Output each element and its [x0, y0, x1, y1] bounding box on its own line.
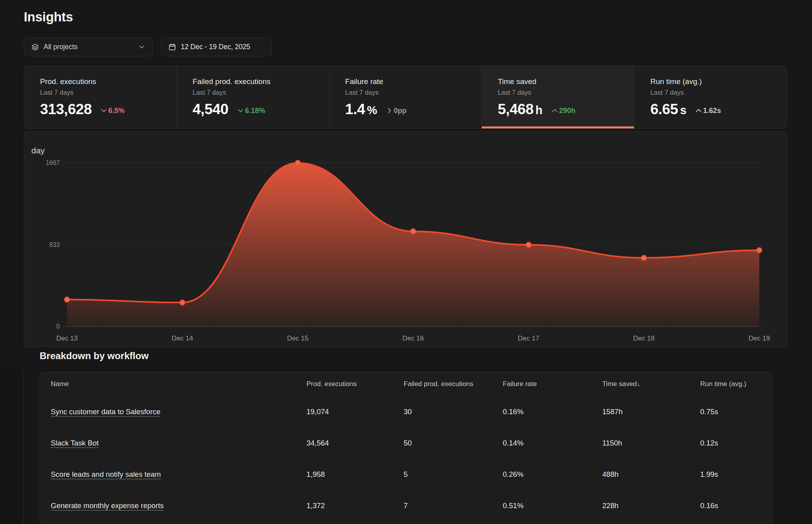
x-tick-label-Dec-13: Dec 13: [49, 335, 85, 342]
metric-value-row: 1.4%0pp: [345, 101, 482, 118]
workflow-link[interactable]: Score leads and notify sales team: [51, 470, 161, 478]
table-row: Slack Task Bot34,564500.14%1150h0.12s: [40, 428, 772, 459]
sort-descending-icon: ↓: [637, 381, 640, 387]
column-header-failed-prod-executions[interactable]: Failed prod. executions: [404, 380, 503, 388]
workflow-name-cell: Sync customer data to Salesforce: [51, 407, 306, 416]
metric-value: 5,468: [498, 101, 533, 118]
time-saved-chart-panel: day 08331667 Dec 13Dec 14Dec 15Dec 16Dec…: [24, 131, 787, 347]
metric-card-3[interactable]: Time savedLast 7 days5,468h290h: [482, 66, 634, 128]
page-title: Insights: [24, 10, 73, 25]
project-selector-value: All projects: [44, 43, 78, 51]
workflow-link[interactable]: Generate monthly expense reports: [51, 501, 164, 510]
y-tick-label-833: 833: [31, 241, 60, 249]
metric-delta-value: 1.62s: [703, 107, 721, 115]
table-cell: 7: [404, 501, 503, 510]
table-cell: 30: [404, 407, 503, 416]
metric-delta-value: 290h: [559, 107, 575, 115]
metric-value-row: 5,468h290h: [498, 101, 634, 118]
chart-point-Dec-16[interactable]: [411, 229, 416, 234]
table-cell: 488h: [602, 470, 700, 479]
calendar-icon: [169, 43, 176, 51]
metric-subtitle: Last 7 days: [40, 89, 176, 96]
y-tick-label-0: 0: [31, 323, 60, 331]
table-cell: 19,074: [306, 407, 404, 416]
table-cell: 34,564: [306, 439, 404, 448]
table-cell: 5: [404, 470, 503, 479]
metric-unit: s: [680, 104, 686, 117]
table-cell: 1150h: [602, 439, 700, 448]
metric-delta: 0pp: [386, 107, 406, 115]
x-tick-label-Dec-19: Dec 19: [741, 335, 777, 342]
workflow-name-cell: Slack Task Bot: [51, 439, 306, 448]
metric-card-2[interactable]: Failure rateLast 7 days1.4%0pp: [329, 66, 482, 128]
metric-title: Time saved: [498, 77, 634, 86]
date-range-button[interactable]: 12 Dec - 19 Dec, 2025: [161, 38, 272, 56]
table-row: Sync customer data to Salesforce19,07430…: [40, 396, 772, 428]
metric-card-0[interactable]: Prod. executionsLast 7 days313,6286.5%: [24, 66, 177, 128]
metric-subtitle: Last 7 days: [650, 89, 787, 96]
metric-unit: h: [535, 104, 542, 117]
metric-value-row: 4,5406.18%: [193, 101, 329, 118]
metric-title: Failed prod. executions: [193, 77, 329, 86]
table-row: Score leads and notify sales team1,95850…: [40, 459, 772, 490]
filter-bar: All projects 12 Dec - 19 Dec, 2025: [24, 38, 272, 56]
column-header-time-saved[interactable]: Time saved↓: [602, 380, 700, 388]
selected-card-accent-bar: [482, 126, 634, 128]
metric-value: 1.4: [345, 101, 365, 118]
delta-up-chevron-icon: [551, 107, 558, 114]
chart-point-Dec-14[interactable]: [180, 300, 185, 305]
table-cell: 0.16s: [700, 501, 772, 510]
delta-neutral-chevron-icon: [386, 107, 393, 114]
table-cell: 1,958: [306, 470, 404, 479]
table-cell: 0.12s: [700, 439, 772, 448]
project-selector-dropdown[interactable]: All projects: [24, 38, 153, 56]
table-cell: 0.51%: [503, 501, 602, 510]
metric-value-row: 6.65s1.62s: [650, 101, 787, 118]
chart-point-Dec-15[interactable]: [295, 161, 301, 166]
x-tick-label-Dec-15: Dec 15: [280, 335, 316, 342]
x-tick-label-Dec-14: Dec 14: [165, 335, 200, 342]
table-cell: 0.14%: [503, 439, 602, 448]
table-row-partial: [40, 522, 772, 524]
workflow-name-cell: Score leads and notify sales team: [51, 470, 306, 479]
chevron-down-icon: [138, 44, 145, 50]
metric-value: 313,628: [40, 101, 92, 118]
metric-delta-value: 0pp: [394, 107, 406, 115]
table-cell: 0.75s: [700, 407, 772, 416]
table-cell: 228h: [602, 501, 700, 510]
metric-subtitle: Last 7 days: [193, 89, 329, 96]
x-tick-label-Dec-18: Dec 18: [626, 335, 662, 342]
chart-point-Dec-19[interactable]: [757, 248, 762, 253]
metric-delta: 1.62s: [695, 107, 721, 115]
metric-delta: 6.18%: [237, 107, 265, 115]
breakdown-heading: Breakdown by workflow: [40, 350, 149, 361]
delta-up-chevron-icon: [695, 107, 702, 114]
chart-point-Dec-18[interactable]: [642, 255, 647, 260]
date-range-value: 12 Dec - 19 Dec, 2025: [181, 43, 250, 51]
table-cell: 1.99s: [700, 470, 772, 479]
metric-subtitle: Last 7 days: [498, 89, 634, 96]
metric-card-4[interactable]: Run time (avg.)Last 7 days6.65s1.62s: [634, 66, 787, 128]
table-cell: 50: [404, 439, 503, 448]
time-saved-area-chart: [24, 132, 787, 347]
insights-dashboard: Insights All projects: [0, 0, 812, 524]
column-header-prod-executions[interactable]: Prod. executions: [306, 380, 404, 388]
x-tick-label-Dec-16: Dec 16: [395, 335, 431, 342]
table-cell: 0.16%: [503, 407, 602, 416]
table-cell: 0.26%: [503, 470, 602, 479]
column-header-name[interactable]: Name: [51, 380, 306, 388]
metric-delta-value: 6.5%: [108, 107, 124, 115]
metric-title: Run time (avg.): [650, 77, 787, 86]
table-cell: 1587h: [602, 407, 700, 416]
metric-title: Failure rate: [345, 77, 482, 86]
column-header-failure-rate[interactable]: Failure rate: [503, 380, 602, 388]
left-edge-strip: [0, 369, 23, 524]
metric-card-1[interactable]: Failed prod. executionsLast 7 days4,5406…: [177, 66, 329, 128]
delta-down-chevron-icon: [100, 107, 107, 114]
metric-delta-value: 6.18%: [245, 107, 265, 115]
column-header-run-time-avg-[interactable]: Run time (avg.): [700, 380, 772, 388]
workflow-link[interactable]: Sync customer data to Salesforce: [51, 407, 161, 416]
workflow-link[interactable]: Slack Task Bot: [51, 439, 99, 447]
chart-point-Dec-17[interactable]: [526, 242, 531, 247]
chart-point-Dec-13[interactable]: [65, 297, 70, 302]
